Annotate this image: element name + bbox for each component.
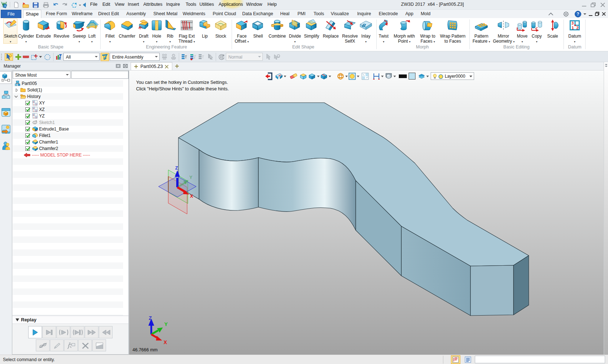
svg-text:Z: Z (175, 165, 178, 171)
svg-text:Y: Y (164, 321, 168, 327)
svg-text:2: 2 (577, 26, 579, 30)
svg-text:1: 1 (572, 26, 574, 30)
svg-text:?: ? (577, 12, 579, 17)
svg-text:X: X (164, 339, 167, 345)
svg-text:Z: Z (149, 316, 152, 321)
svg-text:Y: Y (189, 175, 193, 180)
svg-text:X: X (190, 193, 193, 199)
svg-text:3: 3 (571, 21, 574, 25)
